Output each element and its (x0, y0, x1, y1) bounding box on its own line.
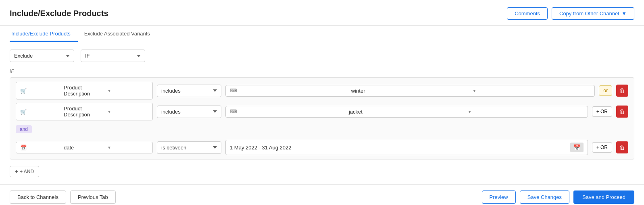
previous-tab-button[interactable]: Previous Tab (70, 191, 116, 204)
keyboard-icon-1: ⌨ (230, 88, 348, 93)
page-title: Include/Exclude Products (10, 9, 108, 18)
condition-select[interactable]: IF AND OR (81, 50, 145, 62)
copy-from-channel-button[interactable]: Copy from Other Channel ▼ (552, 7, 634, 20)
delete-row-1-button[interactable]: 🗑 (616, 85, 628, 97)
field-select-2[interactable]: 🛒 Product Description ▼ (16, 103, 153, 120)
value-field-1[interactable]: ⌨ winter ▼ (225, 85, 595, 97)
save-and-proceed-button[interactable]: Save and Proceed (573, 191, 634, 204)
main-content: Exclude Include IF AND OR IF 🛒 Product D… (0, 42, 644, 184)
plus-icon: + (15, 168, 18, 175)
and-badge: and (16, 125, 32, 133)
calendar-icon-field: 📅 (20, 145, 61, 151)
chevron-down-icon-date: ▼ (107, 145, 148, 150)
back-to-channels-button[interactable]: Back to Channels (10, 191, 66, 204)
or-button-2[interactable]: + OR (592, 106, 612, 117)
keyboard-icon-2: ⌨ (230, 109, 346, 114)
footer-right: Preview Save Changes Save and Proceed (482, 191, 635, 204)
conditions-block: 🛒 Product Description ▼ includes exclude… (10, 77, 634, 159)
tab-exclude-variants[interactable]: Exclude Associated Variants (83, 26, 157, 42)
or-yellow-button-1[interactable]: or (599, 85, 612, 96)
delete-row-2-button[interactable]: 🗑 (616, 106, 628, 118)
or-button-date[interactable]: + OR (592, 142, 612, 153)
tab-include-exclude[interactable]: Include/Exclude Products (10, 26, 78, 42)
header-actions: Comments Copy from Other Channel ▼ (507, 7, 634, 20)
filter-row: Exclude Include IF AND OR (10, 50, 634, 62)
calendar-picker-button[interactable]: 📅 (570, 143, 584, 152)
value-field-2[interactable]: ⌨ jacket ▼ (225, 106, 588, 118)
preview-button[interactable]: Preview (482, 191, 516, 204)
operator-select-1[interactable]: includes excludes equals (157, 85, 221, 97)
condition-row-2: 🛒 Product Description ▼ includes exclude… (16, 103, 628, 120)
cart-icon-2: 🛒 (20, 109, 61, 115)
chevron-down-icon: ▼ (107, 89, 148, 93)
comments-button[interactable]: Comments (507, 7, 548, 20)
chevron-down-icon-3: ▼ (468, 110, 584, 114)
action-select[interactable]: Exclude Include (10, 50, 74, 62)
operator-select-2[interactable]: includes excludes equals (157, 106, 221, 118)
footer: Back to Channels Previous Tab Preview Sa… (0, 184, 644, 205)
chevron-down-icon-1: ▼ (473, 89, 591, 93)
condition-row-1: 🛒 Product Description ▼ includes exclude… (16, 82, 628, 99)
tab-bar: Include/Exclude Products Exclude Associa… (0, 26, 644, 42)
save-changes-button[interactable]: Save Changes (520, 191, 569, 204)
field-select-date[interactable]: 📅 date ▼ (16, 142, 153, 153)
footer-left: Back to Channels Previous Tab (10, 191, 116, 204)
add-and-button[interactable]: + + AND (10, 166, 39, 177)
operator-select-date[interactable]: is between is before is after (157, 141, 221, 154)
if-label: IF (10, 68, 634, 74)
cart-icon-1: 🛒 (20, 88, 61, 94)
delete-row-date-button[interactable]: 🗑 (616, 141, 628, 153)
date-value-field[interactable]: 1 May 2022 - 31 Aug 2022 📅 (225, 140, 588, 155)
copy-chevron-icon: ▼ (621, 10, 627, 17)
field-select-1[interactable]: 🛒 Product Description ▼ (16, 82, 153, 99)
chevron-down-icon-2: ▼ (107, 110, 148, 114)
condition-row-date: 📅 date ▼ is between is before is after 1… (16, 140, 628, 155)
